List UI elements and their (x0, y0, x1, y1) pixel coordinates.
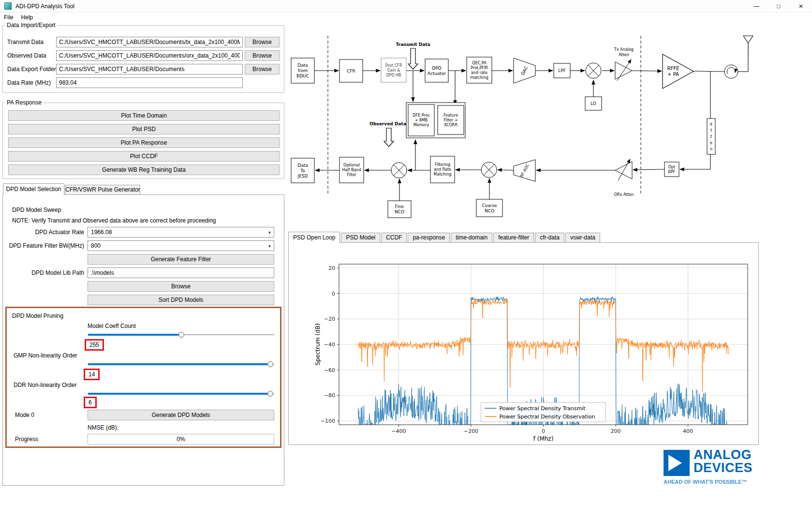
dpd-actuator-rate-label: DPD Actuator Rate (4, 227, 84, 238)
slider-thumb[interactable] (267, 391, 273, 397)
svg-text:Tx AnalogAtten: Tx AnalogAtten (614, 47, 634, 57)
diagram-label-tx-atten-label: Tx AnalogAtten (614, 47, 634, 57)
svg-text:200: 200 (611, 428, 621, 434)
svg-text:20: 20 (328, 265, 335, 271)
diagram-node-dpd-actuator: DPDActuator (425, 59, 448, 82)
plot-tab-cfr-data[interactable]: cfr-data (535, 233, 564, 243)
close-icon[interactable]: ✕ (790, 0, 812, 13)
chart-legend: Power Spectral Density TransmitPower Spe… (481, 402, 606, 422)
sort-dpd-models-button[interactable]: Sort DPD Models (88, 295, 274, 305)
transmit-data-row: Transmit Data Browse (3, 37, 284, 47)
data-rate-row: Data Rate (MHz) (3, 77, 284, 88)
dpd-actuator-rate-combo[interactable]: 1966.08 ▾ (88, 227, 274, 238)
plot-tab-feature-filter[interactable]: feature-filter (493, 233, 534, 243)
svg-text:CFR: CFR (347, 69, 355, 74)
model-coeff-count-label: Model Coeff Count (88, 323, 136, 329)
svg-text:−200: −200 (464, 428, 478, 434)
dpd-feature-filter-bw-value: 800 (91, 242, 101, 249)
gmp-nonlinearity-order-slider[interactable] (88, 361, 274, 368)
ddr-nonlinearity-order-value[interactable]: 6 (84, 397, 97, 408)
generate-feature-filter-button[interactable]: Generate Feature Filter (88, 254, 274, 265)
window-controls: — □ ✕ (745, 0, 812, 13)
diagram-node-tx-mixer (586, 63, 601, 78)
observed-data-input[interactable] (56, 50, 243, 61)
adi-name-line2: DEVICES (694, 461, 753, 475)
window-title: ADI-DPD Analysis Tool (15, 3, 74, 10)
plot-ccdf-button[interactable]: Plot CCDF (8, 151, 280, 162)
diagram-node-coarse-nco: CoarseNCO (476, 199, 502, 217)
dpd-feature-filter-bw-label: DPD Feature Filter BW(MHz) (4, 240, 84, 251)
svg-text:0: 0 (542, 428, 545, 434)
data-export-folder-browse-button[interactable]: Browse (245, 64, 280, 74)
diagram-node-atten: atten (707, 119, 715, 154)
gmp-nonlinearity-order-value[interactable]: 14 (84, 369, 100, 380)
transmit-data-browse-button[interactable]: Browse (245, 37, 280, 47)
plot-tab-ccdf[interactable]: CCDF (381, 233, 407, 243)
ddr-nonlinearity-order-slider[interactable] (88, 390, 274, 397)
data-export-folder-input[interactable] (56, 64, 243, 74)
chart-xlabel: f (Mhz) (533, 435, 554, 442)
data-export-folder-label: Data Export Folder (7, 64, 56, 74)
diagram-node-dac: DAC (514, 58, 535, 83)
pa-response-title: PA Response (5, 99, 44, 106)
svg-text:−60: −60 (324, 367, 335, 373)
menubar: File Help (0, 13, 812, 22)
plot-time-domain-button[interactable]: Plot Time Domain (8, 110, 280, 121)
plot-tab-psd-model[interactable]: PSD Model (341, 233, 380, 243)
diagram-node-feature-filter: FeatureFilter +XCORR (438, 105, 464, 134)
lib-path-browse-button[interactable]: Browse (88, 281, 274, 292)
generate-dpd-models-button[interactable]: Generate DPD Models (88, 410, 274, 420)
svg-text:Post CFRGain &DPD HB: Post CFRGain &DPD HB (385, 63, 402, 77)
plot-psd-button[interactable]: Plot PSD (8, 124, 280, 134)
svg-text:−400: −400 (391, 428, 406, 434)
mode-label: Mode 0 (15, 412, 34, 418)
pa-response-group: PA Response Plot Time Domain Plot PSD Pl… (2, 103, 284, 179)
maximize-icon[interactable]: □ (768, 0, 790, 13)
diagram-node-data-from-bduc: DatafromBDUC (291, 58, 314, 83)
diagram-node-opt-bpf: OptBPF (664, 162, 679, 177)
diagram-node-rffe-pa: RFFE+ PA (663, 54, 694, 89)
menu-help[interactable]: Help (17, 13, 37, 22)
svg-text:FeatureFilter +XCORR: FeatureFilter +XCORR (443, 113, 458, 127)
slider-fill (88, 393, 270, 395)
adi-wordmark: ANALOG DEVICES (694, 448, 753, 475)
dpd-model-selection-panel: DPD Model Sweep NOTE: Verify Transmit an… (2, 194, 284, 486)
diagram-node-coarse-mixer (481, 162, 497, 178)
dpd-feature-filter-bw-combo[interactable]: 800 ▾ (88, 240, 274, 251)
chevron-down-icon: ▾ (268, 241, 271, 251)
dpd-model-lib-path-input[interactable] (88, 267, 274, 278)
diagram-node-orx-atten (615, 159, 632, 180)
plot-tab-time-domain[interactable]: time-domain (451, 233, 492, 243)
plot-tab-pa-response[interactable]: pa-response (408, 233, 450, 243)
observed-data-label: Observed Data (7, 50, 46, 61)
slider-thumb[interactable] (178, 332, 184, 338)
svg-text:LPF: LPF (558, 68, 566, 73)
model-coeff-count-slider[interactable] (88, 331, 274, 338)
minimize-icon[interactable]: — (745, 0, 768, 13)
dpd-model-pruning-title: DPD Model Pruning (12, 312, 63, 319)
diagram-node-fine-nco: FineNCO (388, 201, 411, 218)
generate-wb-reg-training-data-button[interactable]: Generate WB Reg Training Data (8, 164, 280, 175)
data-import-export-title: Data Import/Export (5, 22, 58, 29)
diagram-node-data-to-jesd: DataToJESD (291, 158, 314, 183)
dpd-model-pruning-highlight-box (5, 307, 281, 448)
progress-bar: 0% (88, 434, 274, 445)
svg-text:Power Spectral Density Observa: Power Spectral Density Observation (500, 414, 595, 420)
menu-file[interactable]: File (0, 13, 17, 22)
svg-text:OptBPF: OptBPF (668, 165, 676, 174)
plot-tab-psd-open-loop[interactable]: PSD Open Loop (288, 232, 340, 243)
plot-tab-vswr-data[interactable]: vswr-data (565, 233, 600, 243)
transmit-data-arrow (408, 48, 418, 69)
slider-thumb[interactable] (267, 361, 273, 367)
transmit-data-input[interactable] (56, 37, 243, 47)
dpd-model-sweep-note: NOTE: Verify Transmit and Observed data … (12, 217, 216, 224)
data-rate-input[interactable] (56, 77, 243, 88)
gmp-nonlinearity-order-label: GMP Non-linearity Order (14, 352, 77, 359)
tab-cfr-vswr-pulse-generator[interactable]: CFR/VSWR Pulse Generator (65, 185, 140, 195)
adi-tagline: AHEAD OF WHAT'S POSSIBLE™ (664, 479, 747, 485)
analog-devices-logo-icon (664, 450, 690, 476)
tab-dpd-model-selection[interactable]: DPD Model Selection (3, 183, 64, 195)
model-coeff-count-value[interactable]: 255 (85, 339, 104, 351)
observed-data-browse-button[interactable]: Browse (245, 50, 280, 61)
plot-pa-response-button[interactable]: Plot PA Response (8, 137, 280, 148)
